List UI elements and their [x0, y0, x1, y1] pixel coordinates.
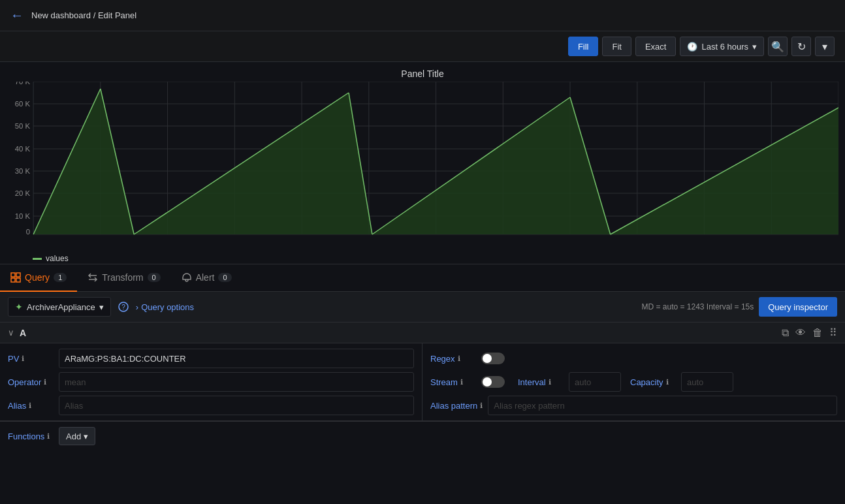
- svg-marker-41: [33, 89, 134, 234]
- capacity-info-icon[interactable]: ℹ: [666, 378, 669, 386]
- query-options-link[interactable]: › Query options: [136, 302, 194, 312]
- query-options-arrow: ›: [136, 302, 138, 312]
- pv-info-icon[interactable]: ℹ: [22, 354, 24, 363]
- header: ← New dashboard / Edit Panel: [0, 0, 845, 31]
- svg-text:0: 0: [26, 228, 30, 236]
- tab-alert-badge: 0: [218, 273, 231, 282]
- alias-pattern-row: Alias pattern ℹ: [430, 396, 837, 415]
- stream-interval-row: Stream ℹ Interval ℹ Capacity ℹ: [430, 372, 837, 392]
- svg-text:70 K: 70 K: [15, 82, 31, 86]
- operator-field-row: Operator ℹ: [8, 372, 414, 392]
- regex-field-row: Regex ℹ: [430, 349, 837, 368]
- chart-area: 70 K 60 K 50 K 40 K 30 K 20 K 10 K 0 09:…: [7, 82, 838, 251]
- alias-info-icon[interactable]: ℹ: [29, 402, 31, 410]
- pv-input[interactable]: [59, 349, 414, 368]
- datasource-name: ArchiverAppliance: [27, 302, 95, 312]
- alias-input[interactable]: [59, 396, 414, 415]
- refresh-button[interactable]: ↻: [791, 37, 811, 56]
- tab-alert[interactable]: Alert 0: [171, 264, 242, 292]
- tab-transform[interactable]: Transform 0: [77, 264, 170, 292]
- query-inspector-button[interactable]: Query inspector: [759, 297, 837, 317]
- stream-toggle[interactable]: [481, 376, 505, 388]
- regex-toggle[interactable]: [481, 353, 505, 364]
- interval-label: Interval ℹ: [518, 377, 564, 387]
- fill-button[interactable]: Fill: [568, 37, 599, 56]
- svg-rect-48: [16, 278, 20, 282]
- interval-input[interactable]: [569, 372, 621, 392]
- svg-rect-47: [11, 278, 15, 282]
- svg-rect-45: [11, 273, 15, 277]
- alias-label: Alias ℹ: [8, 401, 54, 411]
- svg-rect-46: [16, 273, 20, 277]
- more-options-button[interactable]: ▾: [815, 37, 835, 56]
- tab-alert-label: Alert: [196, 272, 215, 283]
- add-label: Add: [66, 432, 81, 441]
- legend-color-swatch: [33, 258, 42, 260]
- functions-row: Functions ℹ Add ▾: [0, 421, 845, 450]
- functions-info-icon[interactable]: ℹ: [47, 432, 50, 441]
- toolbar: Fill Fit Exact 🕐 Last 6 hours ▾ 🔍 ↻ ▾: [0, 31, 845, 62]
- transform-tab-icon: [88, 272, 98, 283]
- left-fields: PV ℹ Operator ℹ Alias ℹ: [0, 343, 422, 420]
- query-row-header: ∨ A ⧉ 👁 🗑 ⠿: [0, 323, 845, 343]
- tab-query-label: Query: [25, 272, 50, 283]
- regex-info-icon[interactable]: ℹ: [458, 354, 460, 363]
- operator-info-icon[interactable]: ℹ: [44, 378, 46, 386]
- operator-input[interactable]: [59, 372, 414, 392]
- pv-label: PV ℹ: [8, 354, 54, 364]
- alias-pattern-input[interactable]: [488, 396, 837, 415]
- query-row-label: A: [20, 328, 26, 338]
- page-title: New dashboard / Edit Panel: [31, 10, 136, 20]
- interval-info-icon[interactable]: ℹ: [549, 378, 551, 386]
- svg-text:?: ?: [121, 304, 125, 311]
- md-info: MD = auto = 1243 Interval = 15s: [641, 302, 754, 311]
- clock-icon: 🕐: [687, 42, 697, 52]
- datasource-select[interactable]: ✦ ArchiverAppliance ▾: [8, 297, 111, 317]
- fit-button[interactable]: Fit: [602, 37, 631, 56]
- exact-button[interactable]: Exact: [635, 37, 677, 56]
- collapse-icon[interactable]: ∨: [8, 328, 14, 338]
- regex-label: Regex ℹ: [430, 354, 476, 364]
- alias-pattern-label: Alias pattern ℹ: [430, 401, 483, 411]
- svg-text:60 K: 60 K: [15, 100, 31, 108]
- copy-query-button[interactable]: ⧉: [782, 327, 789, 339]
- alias-field-row: Alias ℹ: [8, 396, 414, 415]
- delete-query-button[interactable]: 🗑: [812, 327, 823, 339]
- alert-tab-icon: [182, 272, 192, 283]
- add-function-button[interactable]: Add ▾: [59, 427, 95, 445]
- query-bar: ✦ ArchiverAppliance ▾ ? › Query options …: [0, 292, 845, 323]
- help-icon: ?: [118, 302, 129, 312]
- tab-bar: Query 1 Transform 0 Alert 0: [0, 264, 845, 292]
- tab-query[interactable]: Query 1: [0, 264, 77, 292]
- query-tab-icon: [10, 272, 21, 283]
- right-fields: Regex ℹ Stream ℹ Interval ℹ Capacity: [422, 343, 845, 420]
- datasource-dropdown-icon: ▾: [99, 302, 104, 312]
- stream-info-icon[interactable]: ℹ: [460, 378, 463, 386]
- chart-svg: 70 K 60 K 50 K 40 K 30 K 20 K 10 K 0 09:…: [7, 82, 838, 238]
- time-dropdown-icon: ▾: [752, 42, 757, 52]
- svg-marker-42: [134, 93, 372, 234]
- row-actions: ⧉ 👁 🗑 ⠿: [782, 326, 837, 339]
- chart-title: Panel Title: [7, 69, 838, 79]
- add-dropdown-icon: ▾: [84, 432, 88, 441]
- svg-text:30 K: 30 K: [15, 167, 31, 175]
- stream-label: Stream ℹ: [430, 377, 476, 387]
- svg-text:50 K: 50 K: [15, 122, 31, 130]
- zoom-out-button[interactable]: 🔍: [768, 37, 788, 56]
- drag-handle[interactable]: ⠿: [829, 326, 837, 339]
- time-picker-label: Last 6 hours: [701, 42, 748, 52]
- alias-pattern-info-icon[interactable]: ℹ: [480, 402, 483, 410]
- capacity-label: Capacity ℹ: [630, 377, 676, 387]
- time-picker[interactable]: 🕐 Last 6 hours ▾: [680, 37, 764, 56]
- capacity-input[interactable]: [681, 372, 733, 392]
- tab-query-badge: 1: [54, 273, 67, 282]
- pv-field-row: PV ℹ: [8, 349, 414, 368]
- help-button[interactable]: ?: [116, 300, 131, 314]
- query-options-label: Query options: [141, 302, 194, 312]
- svg-text:40 K: 40 K: [15, 145, 31, 153]
- fields-grid: PV ℹ Operator ℹ Alias ℹ: [0, 343, 845, 421]
- toggle-visibility-button[interactable]: 👁: [795, 327, 806, 339]
- legend-label: values: [46, 254, 69, 263]
- back-button[interactable]: ←: [10, 8, 24, 23]
- chart-legend: values: [7, 254, 838, 263]
